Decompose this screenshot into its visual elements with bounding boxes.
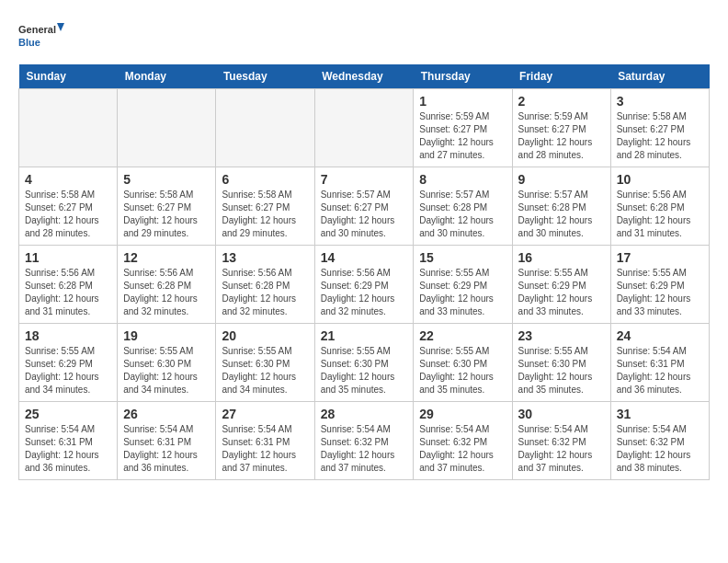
calendar-cell: 15Sunrise: 5:55 AM Sunset: 6:29 PM Dayli… — [414, 246, 512, 324]
day-detail: Sunrise: 5:54 AM Sunset: 6:31 PM Dayligh… — [25, 423, 111, 475]
day-detail: Sunrise: 5:55 AM Sunset: 6:29 PM Dayligh… — [518, 267, 605, 318]
day-detail: Sunrise: 5:55 AM Sunset: 6:30 PM Dayligh… — [123, 345, 210, 396]
day-number: 26 — [123, 407, 210, 421]
day-detail: Sunrise: 5:54 AM Sunset: 6:32 PM Dayligh… — [419, 423, 506, 475]
svg-text:Blue: Blue — [18, 37, 40, 48]
day-detail: Sunrise: 5:55 AM Sunset: 6:30 PM Dayligh… — [419, 345, 506, 396]
day-number: 1 — [419, 94, 506, 109]
calendar-cell: 19Sunrise: 5:55 AM Sunset: 6:30 PM Dayli… — [118, 324, 216, 402]
day-detail: Sunrise: 5:57 AM Sunset: 6:28 PM Dayligh… — [518, 189, 605, 240]
calendar-header-tuesday: Tuesday — [216, 64, 314, 89]
calendar-cell: 18Sunrise: 5:55 AM Sunset: 6:29 PM Dayli… — [19, 324, 118, 402]
day-detail: Sunrise: 5:55 AM Sunset: 6:30 PM Dayligh… — [321, 345, 408, 396]
day-number: 6 — [222, 172, 308, 187]
day-detail: Sunrise: 5:56 AM Sunset: 6:28 PM Dayligh… — [222, 267, 308, 318]
calendar-cell — [19, 89, 118, 167]
calendar-cell: 24Sunrise: 5:54 AM Sunset: 6:31 PM Dayli… — [610, 324, 709, 402]
day-number: 22 — [419, 328, 506, 343]
day-detail: Sunrise: 5:55 AM Sunset: 6:29 PM Dayligh… — [25, 345, 111, 396]
day-number: 14 — [321, 250, 408, 265]
page-header: General Blue — [18, 18, 710, 55]
day-detail: Sunrise: 5:57 AM Sunset: 6:27 PM Dayligh… — [321, 189, 408, 240]
day-detail: Sunrise: 5:59 AM Sunset: 6:27 PM Dayligh… — [419, 110, 506, 162]
day-number: 3 — [617, 94, 703, 109]
day-number: 4 — [25, 172, 111, 187]
calendar-week-row-1: 1Sunrise: 5:59 AM Sunset: 6:27 PM Daylig… — [19, 89, 710, 167]
day-number: 2 — [518, 94, 605, 109]
day-number: 18 — [25, 328, 111, 343]
day-number: 5 — [123, 172, 210, 187]
calendar-cell: 17Sunrise: 5:55 AM Sunset: 6:29 PM Dayli… — [610, 246, 709, 324]
day-detail: Sunrise: 5:57 AM Sunset: 6:28 PM Dayligh… — [419, 189, 506, 240]
calendar-cell: 30Sunrise: 5:54 AM Sunset: 6:32 PM Dayli… — [512, 402, 610, 480]
day-detail: Sunrise: 5:59 AM Sunset: 6:27 PM Dayligh… — [518, 110, 605, 162]
calendar-cell — [314, 89, 414, 167]
day-detail: Sunrise: 5:55 AM Sunset: 6:30 PM Dayligh… — [222, 345, 308, 396]
calendar-header-saturday: Saturday — [610, 64, 709, 89]
calendar-header-sunday: Sunday — [19, 64, 118, 89]
day-number: 10 — [617, 172, 703, 187]
day-number: 7 — [321, 172, 408, 187]
calendar-cell: 21Sunrise: 5:55 AM Sunset: 6:30 PM Dayli… — [314, 324, 414, 402]
day-number: 28 — [321, 407, 408, 421]
day-detail: Sunrise: 5:56 AM Sunset: 6:28 PM Dayligh… — [25, 267, 111, 318]
calendar-cell: 4Sunrise: 5:58 AM Sunset: 6:27 PM Daylig… — [19, 167, 118, 246]
calendar-cell: 11Sunrise: 5:56 AM Sunset: 6:28 PM Dayli… — [19, 246, 118, 324]
calendar-cell: 10Sunrise: 5:56 AM Sunset: 6:28 PM Dayli… — [610, 167, 709, 246]
day-detail: Sunrise: 5:58 AM Sunset: 6:27 PM Dayligh… — [123, 189, 210, 240]
calendar-header-row: SundayMondayTuesdayWednesdayThursdayFrid… — [19, 64, 710, 89]
day-number: 20 — [222, 328, 308, 343]
calendar-cell: 26Sunrise: 5:54 AM Sunset: 6:31 PM Dayli… — [118, 402, 216, 480]
calendar-header-friday: Friday — [512, 64, 610, 89]
calendar-week-row-4: 18Sunrise: 5:55 AM Sunset: 6:29 PM Dayli… — [19, 324, 710, 402]
calendar-cell: 12Sunrise: 5:56 AM Sunset: 6:28 PM Dayli… — [118, 246, 216, 324]
calendar-cell: 14Sunrise: 5:56 AM Sunset: 6:29 PM Dayli… — [314, 246, 414, 324]
calendar-week-row-5: 25Sunrise: 5:54 AM Sunset: 6:31 PM Dayli… — [19, 402, 710, 480]
svg-marker-2 — [57, 23, 64, 31]
day-number: 17 — [617, 250, 703, 265]
day-number: 9 — [518, 172, 605, 187]
calendar-cell: 9Sunrise: 5:57 AM Sunset: 6:28 PM Daylig… — [512, 167, 610, 246]
calendar-cell: 6Sunrise: 5:58 AM Sunset: 6:27 PM Daylig… — [216, 167, 314, 246]
day-number: 12 — [123, 250, 210, 265]
calendar-cell: 25Sunrise: 5:54 AM Sunset: 6:31 PM Dayli… — [19, 402, 118, 480]
calendar-cell: 23Sunrise: 5:55 AM Sunset: 6:30 PM Dayli… — [512, 324, 610, 402]
day-number: 15 — [419, 250, 506, 265]
day-detail: Sunrise: 5:58 AM Sunset: 6:27 PM Dayligh… — [222, 189, 308, 240]
day-number: 29 — [419, 407, 506, 421]
day-detail: Sunrise: 5:56 AM Sunset: 6:28 PM Dayligh… — [123, 267, 210, 318]
calendar-cell: 29Sunrise: 5:54 AM Sunset: 6:32 PM Dayli… — [414, 402, 512, 480]
day-detail: Sunrise: 5:58 AM Sunset: 6:27 PM Dayligh… — [25, 189, 111, 240]
calendar-week-row-3: 11Sunrise: 5:56 AM Sunset: 6:28 PM Dayli… — [19, 246, 710, 324]
day-number: 16 — [518, 250, 605, 265]
day-number: 19 — [123, 328, 210, 343]
day-detail: Sunrise: 5:55 AM Sunset: 6:29 PM Dayligh… — [617, 267, 703, 318]
day-number: 24 — [617, 328, 703, 343]
calendar-cell: 8Sunrise: 5:57 AM Sunset: 6:28 PM Daylig… — [414, 167, 512, 246]
day-number: 31 — [617, 407, 703, 421]
calendar-cell: 13Sunrise: 5:56 AM Sunset: 6:28 PM Dayli… — [216, 246, 314, 324]
calendar-header-thursday: Thursday — [414, 64, 512, 89]
day-number: 21 — [321, 328, 408, 343]
calendar-cell — [216, 89, 314, 167]
calendar-cell: 27Sunrise: 5:54 AM Sunset: 6:31 PM Dayli… — [216, 402, 314, 480]
calendar-week-row-2: 4Sunrise: 5:58 AM Sunset: 6:27 PM Daylig… — [19, 167, 710, 246]
day-detail: Sunrise: 5:56 AM Sunset: 6:29 PM Dayligh… — [321, 267, 408, 318]
day-number: 27 — [222, 407, 308, 421]
day-detail: Sunrise: 5:54 AM Sunset: 6:31 PM Dayligh… — [222, 423, 308, 475]
day-number: 8 — [419, 172, 506, 187]
day-number: 30 — [518, 407, 605, 421]
day-detail: Sunrise: 5:54 AM Sunset: 6:31 PM Dayligh… — [617, 345, 703, 396]
calendar-cell: 2Sunrise: 5:59 AM Sunset: 6:27 PM Daylig… — [512, 89, 610, 167]
day-number: 11 — [25, 250, 111, 265]
calendar-cell: 22Sunrise: 5:55 AM Sunset: 6:30 PM Dayli… — [414, 324, 512, 402]
day-detail: Sunrise: 5:58 AM Sunset: 6:27 PM Dayligh… — [617, 110, 703, 162]
calendar-cell: 7Sunrise: 5:57 AM Sunset: 6:27 PM Daylig… — [314, 167, 414, 246]
calendar-cell: 31Sunrise: 5:54 AM Sunset: 6:32 PM Dayli… — [610, 402, 709, 480]
day-detail: Sunrise: 5:54 AM Sunset: 6:32 PM Dayligh… — [518, 423, 605, 475]
calendar-cell — [118, 89, 216, 167]
day-detail: Sunrise: 5:54 AM Sunset: 6:31 PM Dayligh… — [123, 423, 210, 475]
day-detail: Sunrise: 5:55 AM Sunset: 6:30 PM Dayligh… — [518, 345, 605, 396]
calendar-cell: 1Sunrise: 5:59 AM Sunset: 6:27 PM Daylig… — [414, 89, 512, 167]
day-number: 13 — [222, 250, 308, 265]
